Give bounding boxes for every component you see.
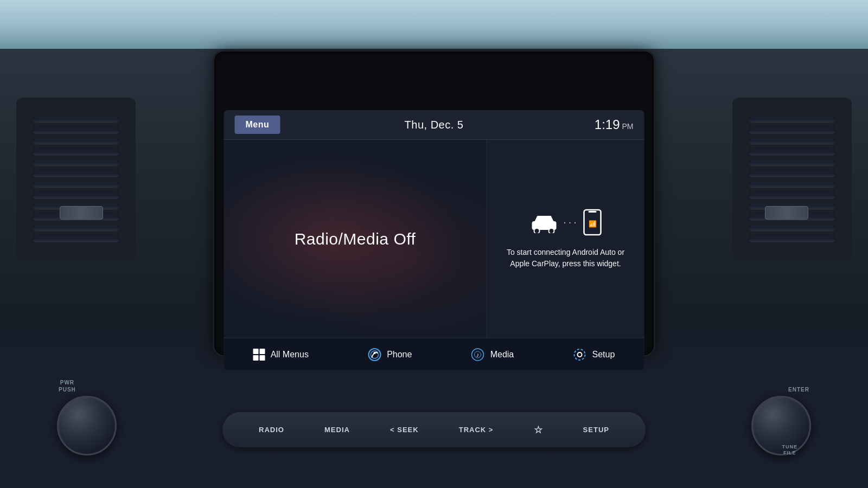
menu-button[interactable]: Menu bbox=[235, 115, 280, 134]
phone-icon bbox=[367, 348, 381, 362]
carplay-widget[interactable]: ··· 📶 To start connecting Android Auto o… bbox=[487, 140, 644, 338]
carplay-description: To start connecting Android Auto or Appl… bbox=[498, 247, 634, 269]
nav-all-menus[interactable]: All Menus bbox=[247, 344, 315, 365]
svg-text:📶: 📶 bbox=[589, 220, 597, 228]
nav-all-menus-label: All Menus bbox=[271, 350, 309, 359]
pwr-label: PWR PUSH bbox=[59, 379, 76, 393]
vent-slats-left bbox=[27, 108, 125, 249]
screen-nav: All Menus Phone ♪ Media bbox=[224, 338, 644, 370]
vent-left bbox=[16, 98, 136, 260]
nav-media[interactable]: ♪ Media bbox=[464, 343, 521, 366]
nav-phone-label: Phone bbox=[387, 350, 412, 359]
physical-buttons-area: RADIO MEDIA < SEEK TRACK > ☆ SETUP bbox=[222, 412, 646, 447]
time-value: 1:19 bbox=[595, 117, 620, 132]
seek-button[interactable]: < SEEK bbox=[384, 421, 425, 438]
nav-phone[interactable]: Phone bbox=[361, 343, 418, 366]
radio-off-text: Radio/Media Off bbox=[295, 230, 416, 248]
svg-point-12 bbox=[578, 352, 582, 357]
vent-control-left[interactable] bbox=[60, 206, 103, 220]
radio-button[interactable]: RADIO bbox=[252, 421, 291, 438]
tune-label: TUNEFILE bbox=[782, 444, 798, 457]
svg-point-8 bbox=[373, 352, 375, 354]
dots-separator: ··· bbox=[563, 216, 579, 228]
carplay-icons: ··· 📶 bbox=[529, 209, 602, 236]
screen-content: Radio/Media Off ··· bbox=[224, 140, 644, 338]
svg-point-13 bbox=[575, 349, 585, 360]
gear-icon bbox=[573, 348, 587, 362]
setup-button[interactable]: SETUP bbox=[577, 421, 616, 438]
screen-bezel: Menu Thu, Dec. 5 1:19 PM Radio/Media Off bbox=[214, 52, 654, 355]
track-button[interactable]: TRACK > bbox=[452, 421, 500, 438]
media-button[interactable]: MEDIA bbox=[318, 421, 356, 438]
nav-media-label: Media bbox=[490, 350, 514, 359]
tune-knob[interactable] bbox=[751, 396, 811, 455]
favorite-button[interactable]: ☆ bbox=[527, 420, 550, 440]
time-ampm: PM bbox=[622, 122, 634, 131]
svg-text:♪: ♪ bbox=[476, 351, 480, 358]
radio-status-panel[interactable]: Radio/Media Off bbox=[224, 140, 487, 338]
enter-label: ENTER bbox=[788, 386, 809, 393]
nav-setup[interactable]: Setup bbox=[566, 343, 622, 366]
vent-slats-right bbox=[743, 108, 841, 249]
vent-right bbox=[732, 98, 852, 260]
svg-rect-4 bbox=[589, 211, 597, 213]
power-knob[interactable] bbox=[57, 396, 117, 455]
music-icon: ♪ bbox=[471, 348, 485, 362]
header-time: 1:19 PM bbox=[595, 117, 634, 132]
phone-carplay-icon: 📶 bbox=[583, 209, 602, 236]
svg-point-1 bbox=[534, 228, 539, 233]
header-date: Thu, Dec. 5 bbox=[405, 119, 464, 131]
grid-icon bbox=[253, 349, 265, 361]
infotainment-screen[interactable]: Menu Thu, Dec. 5 1:19 PM Radio/Media Off bbox=[224, 110, 644, 370]
vent-control-right[interactable] bbox=[765, 206, 808, 220]
car-icon bbox=[529, 211, 559, 233]
svg-point-2 bbox=[548, 228, 554, 233]
screen-header: Menu Thu, Dec. 5 1:19 PM bbox=[224, 110, 644, 140]
nav-setup-label: Setup bbox=[592, 350, 615, 359]
